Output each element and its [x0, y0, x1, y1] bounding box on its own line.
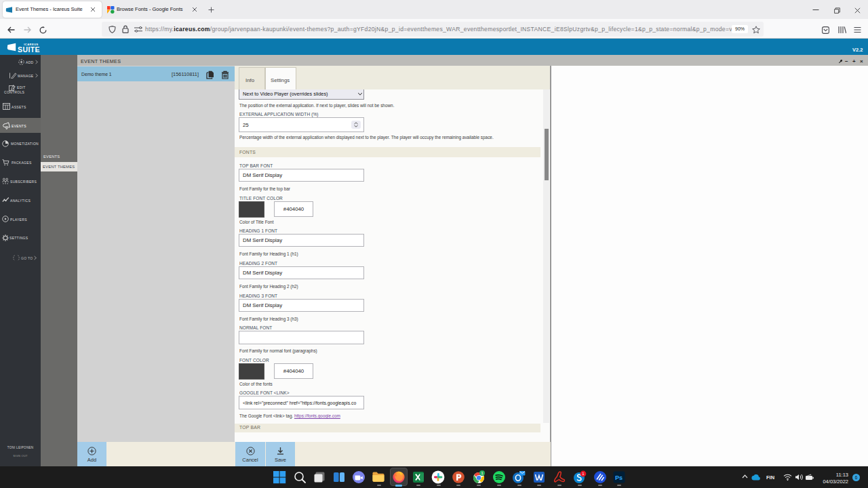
svg-text:1: 1 [481, 471, 483, 475]
svg-text:Ps: Ps [615, 474, 623, 481]
